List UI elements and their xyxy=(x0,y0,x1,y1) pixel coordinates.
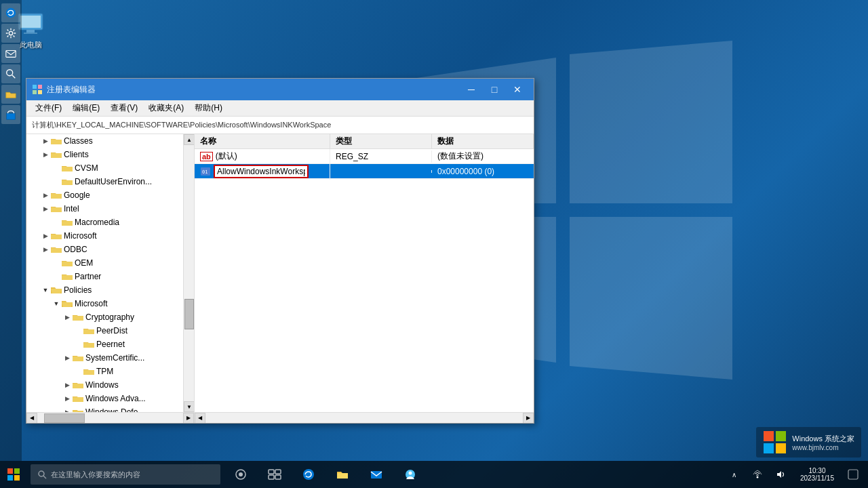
svg-rect-29 xyxy=(371,471,382,479)
svg-rect-17 xyxy=(14,468,20,474)
tree-item-google[interactable]: ▶ Google xyxy=(26,188,194,202)
arrow-policies: ▼ xyxy=(40,285,51,296)
file-explorer-icon xyxy=(336,468,349,481)
tree-item-partner[interactable]: ▶ Partner xyxy=(26,270,194,283)
folder-icon-tpm xyxy=(83,367,94,376)
arrow-windows: ▶ xyxy=(62,380,73,390)
svg-rect-19 xyxy=(14,475,20,481)
tree-item-windowsdefe[interactable]: ▶ Windows Defe... xyxy=(26,405,194,412)
scroll-thumb[interactable] xyxy=(184,299,194,329)
taskbar-app5[interactable] xyxy=(393,461,427,488)
tree-h-scroll-right[interactable]: ▶ xyxy=(183,413,194,424)
sidebar-settings-icon[interactable] xyxy=(1,24,20,43)
tray-chevron[interactable]: ∧ xyxy=(722,461,746,488)
tree-item-policies-microsoft[interactable]: ▼ Microsoft xyxy=(26,297,194,310)
tree-content: ▶ Classes ▶ Clients ▶ CVSM xyxy=(26,134,194,412)
tree-item-odbc[interactable]: ▶ ODBC xyxy=(26,243,194,256)
tree-item-oem[interactable]: ▶ OEM xyxy=(26,256,194,270)
menu-edit[interactable]: 编辑(E) xyxy=(67,101,105,115)
detail-h-scroll-left[interactable]: ◀ xyxy=(195,413,205,424)
menu-favorites[interactable]: 收藏夹(A) xyxy=(143,101,189,115)
folder-icon-oem xyxy=(62,258,73,268)
tree-item-cryptography[interactable]: ▶ Cryptography xyxy=(26,310,194,324)
tray-network[interactable] xyxy=(746,461,770,488)
regedit-window: 注册表编辑器 ─ □ ✕ 文件(F) 编辑(E) 查看(V) 收藏夹(A) 帮助… xyxy=(26,78,534,424)
start-button[interactable] xyxy=(0,461,27,488)
address-path[interactable]: 计算机\HKEY_LOCAL_MACHINE\SOFTWARE\Policies… xyxy=(32,120,528,130)
watermark-site: www.bjmlv.com xyxy=(792,444,854,451)
detail-row-allow-ink[interactable]: 01 0x00000000 (0) xyxy=(195,164,534,179)
svg-rect-12 xyxy=(33,90,37,94)
tray-volume[interactable] xyxy=(770,461,793,488)
arrow-cryptography: ▶ xyxy=(62,312,73,323)
tree-item-clients[interactable]: ▶ Clients xyxy=(26,148,194,161)
taskbar-search[interactable]: 在这里输入你要搜索的内容 xyxy=(31,464,220,485)
detail-h-scroll-right[interactable]: ▶ xyxy=(523,413,534,424)
detail-cell-default-type: REG_SZ xyxy=(330,150,432,163)
notification-area: ∧ xyxy=(722,461,793,488)
sidebar-edge-icon[interactable] xyxy=(1,3,20,22)
col-header-type: 类型 xyxy=(330,134,432,148)
taskbar-edge[interactable] xyxy=(292,461,326,488)
sidebar-store-icon[interactable] xyxy=(1,105,20,124)
folder-icon-peerdist xyxy=(83,326,94,336)
tree-item-systemcertific[interactable]: ▶ SystemCertific... xyxy=(26,351,194,365)
tree-item-intel[interactable]: ▶ Intel xyxy=(26,202,194,216)
minimize-button[interactable]: ─ xyxy=(460,82,482,97)
tree-h-scroll-left[interactable]: ◀ xyxy=(26,413,37,424)
svg-rect-3 xyxy=(24,33,37,34)
folder-icon-odbc xyxy=(51,245,62,254)
mail-taskbar-icon xyxy=(370,468,383,481)
regedit-icon xyxy=(32,84,43,95)
svg-point-5 xyxy=(9,31,12,35)
arrow-systemcertific: ▶ xyxy=(62,352,73,363)
maximize-button[interactable]: □ xyxy=(484,82,505,97)
taskbar-cortana[interactable] xyxy=(224,461,258,488)
task-view-icon xyxy=(268,468,281,481)
tree-item-windows[interactable]: ▶ Windows xyxy=(26,378,194,392)
menu-view[interactable]: 查看(V) xyxy=(105,101,143,115)
svg-rect-1 xyxy=(20,16,41,28)
network-icon xyxy=(752,469,763,480)
scroll-up-arrow[interactable]: ▲ xyxy=(184,134,194,145)
taskbar-file-explorer[interactable] xyxy=(326,461,359,488)
svg-rect-9 xyxy=(7,113,16,119)
taskbar-task-view[interactable] xyxy=(258,461,292,488)
folder-icon-windows xyxy=(73,380,83,390)
tree-item-defaultuserenviron[interactable]: ▶ DefaultUserEnviron... xyxy=(26,175,194,188)
folder-icon-clients xyxy=(51,150,62,159)
svg-line-21 xyxy=(43,476,46,479)
tray-notifications[interactable] xyxy=(841,461,865,488)
sidebar-magnify-icon[interactable] xyxy=(1,64,20,83)
tree-item-macromedia[interactable]: ▶ Macromedia xyxy=(26,216,194,229)
tree-item-classes[interactable]: ▶ Classes xyxy=(26,134,194,148)
tree-item-cvsm[interactable]: ▶ CVSM xyxy=(26,161,194,175)
tree-h-scroll-thumb[interactable] xyxy=(44,413,85,423)
tree-item-policies[interactable]: ▼ Policies xyxy=(26,283,194,297)
detail-cell-ink-type xyxy=(330,170,432,173)
taskbar-mail[interactable] xyxy=(359,461,393,488)
detail-row-default[interactable]: ab (默认) REG_SZ (数值未设置) xyxy=(195,149,534,164)
svg-rect-34 xyxy=(764,431,774,441)
arrow-intel: ▶ xyxy=(40,203,51,214)
value-name-input[interactable] xyxy=(214,165,309,178)
taskbar-clock[interactable]: 10:30 2023/11/15 xyxy=(793,467,841,482)
tree-item-peerdist[interactable]: ▶ PeerDist xyxy=(26,324,194,338)
sidebar-mail-icon[interactable] xyxy=(1,44,20,63)
folder-icon-intel xyxy=(51,204,62,214)
menu-help[interactable]: 帮助(H) xyxy=(189,101,228,115)
tree-item-tpm[interactable]: ▶ TPM xyxy=(26,365,194,378)
tree-item-peernet[interactable]: ▶ Peernet xyxy=(26,338,194,351)
folder-icon-windowsdefe xyxy=(73,407,83,412)
menu-file[interactable]: 文件(F) xyxy=(30,101,67,115)
tree-item-windowsadva[interactable]: ▶ Windows Adva... xyxy=(26,392,194,405)
desktop: 此电脑 xyxy=(0,0,868,488)
tree-item-microsoft[interactable]: ▶ Microsoft xyxy=(26,229,194,243)
svg-point-28 xyxy=(303,469,314,480)
sidebar-folder-icon[interactable] xyxy=(1,85,20,104)
arrow-policies-microsoft: ▼ xyxy=(51,298,62,309)
svg-point-31 xyxy=(409,472,412,475)
scroll-down-arrow[interactable]: ▼ xyxy=(184,401,194,412)
close-button[interactable]: ✕ xyxy=(507,82,528,97)
arrow-google: ▶ xyxy=(40,190,51,201)
